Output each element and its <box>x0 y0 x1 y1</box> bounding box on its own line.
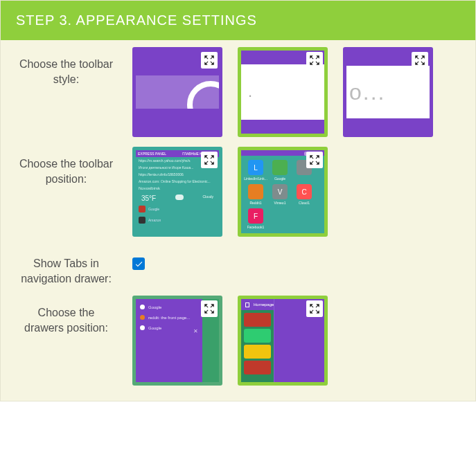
tile-label: Vimeo1 <box>274 201 286 205</box>
toolbar-style-option-1[interactable] <box>132 47 222 137</box>
row-show-tabs: Show Tabs in navigation drawer: <box>1 239 475 289</box>
show-tabs-checkbox[interactable] <box>132 257 145 270</box>
row-drawer-position: Choose the drawers position: Google redd… <box>1 289 475 401</box>
sample-text: . <box>248 83 252 101</box>
chip-icon <box>139 206 146 213</box>
tile-icon <box>248 184 263 199</box>
thumb-temp: 35°F <box>141 195 156 202</box>
drawer-item: Google <box>148 326 161 330</box>
options-drawer-position: Google reddit: the front page... Google … <box>122 296 475 386</box>
row-toolbar-style: Choose the toolbar style: . <box>1 40 475 140</box>
label-toolbar-position: Choose the toolbar position: <box>1 147 122 186</box>
bullet-icon <box>140 325 145 330</box>
card-icon <box>244 345 271 359</box>
expand-icon[interactable] <box>201 52 218 69</box>
expand-icon[interactable] <box>201 152 218 168</box>
label-drawer-position: Choose the drawers position: <box>1 296 122 335</box>
sample-text: o... <box>349 80 385 105</box>
thumb-city: Novosibirsk <box>136 185 219 192</box>
expand-icon[interactable] <box>306 52 323 69</box>
toolbar-style-option-3[interactable]: o... <box>343 47 433 137</box>
thumb-line: https://lenta.ru/info/18650006 <box>136 171 219 178</box>
bullet-icon <box>140 315 145 320</box>
tile-glyph: L <box>248 160 263 175</box>
label-show-tabs: Show Tabs in navigation drawer: <box>1 246 122 286</box>
row-toolbar-position: Choose the toolbar position: EXPRESS PAN… <box>1 140 475 239</box>
tile-label: Google <box>274 177 285 181</box>
tile-icon <box>272 160 288 175</box>
drawer-item: reddit: the front page... <box>148 316 190 320</box>
toolbar-style-option-2[interactable]: . <box>238 47 328 137</box>
panel-header: STEP 3. APPEARANCE SETTINGS <box>1 1 475 40</box>
label-toolbar-style: Choose the toolbar style: <box>1 47 122 87</box>
options-toolbar-position: EXPRESS PANEL ГЛАВНЫЕ НОВОСТИ https://m.… <box>122 147 475 237</box>
bullet-icon <box>140 305 145 309</box>
tile-label: Reddit1 <box>249 201 261 205</box>
drawer-title: Homepage <box>254 302 274 307</box>
card-icon <box>244 361 271 374</box>
chip-icon <box>139 217 146 224</box>
card-icon <box>244 313 271 327</box>
card-icon <box>244 329 271 343</box>
chip-label: Amazon <box>148 218 161 222</box>
tile-glyph: F <box>248 208 263 224</box>
panel-title: STEP 3. APPEARANCE SETTINGS <box>16 12 257 28</box>
expand-icon[interactable] <box>201 300 218 317</box>
close-icon: ✕ <box>193 328 198 334</box>
tile-label: LinkedIn/Link... <box>244 177 267 181</box>
expand-icon[interactable] <box>412 52 428 69</box>
options-toolbar-style: . o... <box>122 47 475 137</box>
thumb-cond: Cloudy <box>202 195 213 202</box>
thumb-header-left: EXPRESS PANEL <box>138 152 166 156</box>
drawer-position-option-1[interactable]: Google reddit: the front page... Google … <box>132 296 222 386</box>
appearance-settings-panel: STEP 3. APPEARANCE SETTINGS Choose the t… <box>0 0 476 401</box>
cloud-icon <box>175 195 184 200</box>
toolbar-position-option-1[interactable]: EXPRESS PANEL ГЛАВНЫЕ НОВОСТИ https://m.… <box>132 147 222 237</box>
tile-glyph: C <box>297 184 312 199</box>
drawer-item: Google <box>148 305 161 309</box>
tile-label: Cloud1 <box>299 201 310 205</box>
document-icon <box>245 302 249 307</box>
drawer-position-option-2[interactable]: Homepage <box>238 296 328 386</box>
thumb-line: Amazon.com: Online Shopping for Electron… <box>136 178 219 185</box>
chip-label: Google <box>148 207 159 211</box>
tile-glyph: V <box>272 184 288 199</box>
tile-label: Facebook1 <box>247 225 265 229</box>
expand-icon[interactable] <box>306 300 323 317</box>
toolbar-position-option-2[interactable]: LLinkedIn/Link... Google Reddit1 VVimeo1… <box>238 147 328 237</box>
expand-icon[interactable] <box>306 152 323 168</box>
